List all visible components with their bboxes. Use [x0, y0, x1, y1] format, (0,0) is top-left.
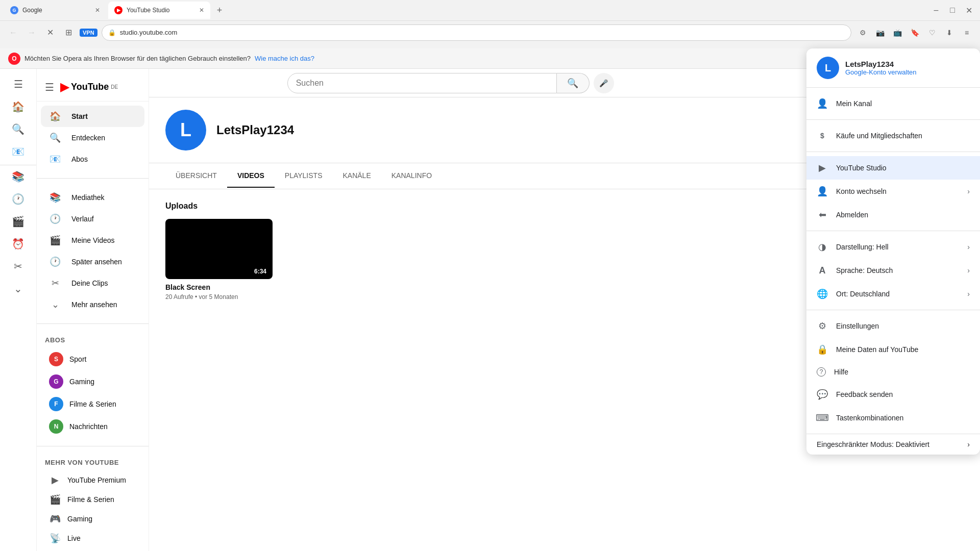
dropdown-mein-kanal[interactable]: 👤 Mein Kanal: [806, 92, 980, 115]
mini-sidebar-subs[interactable]: 📧: [0, 140, 36, 163]
sidebar-label-filme: Filme & Serien: [69, 400, 116, 408]
dropdown-section-4: ◑ Darstellung: Hell › A Sprache: Deutsch…: [806, 231, 980, 310]
mini-sidebar-more[interactable]: ⌄: [0, 278, 36, 300]
close-window-button[interactable]: ✕: [962, 3, 976, 17]
tab-close-google[interactable]: ✕: [95, 7, 100, 14]
dropdown-kaufe[interactable]: $ Käufe und Mitgliedschaften: [806, 124, 980, 147]
mini-sidebar-history[interactable]: 🕐: [0, 188, 36, 210]
dropdown-abmelden-label: Abmelden: [836, 211, 970, 219]
sidebar-item-clips[interactable]: ✂ Deine Clips: [41, 272, 144, 294]
forward-button[interactable]: →: [24, 26, 39, 40]
minimize-button[interactable]: –: [929, 3, 943, 17]
daten-icon: 🔒: [817, 344, 828, 355]
maximize-button[interactable]: □: [945, 3, 960, 17]
dropdown-darstellung[interactable]: ◑ Darstellung: Hell ›: [806, 235, 980, 259]
sidebar-item-filme2[interactable]: 🎬 Filme & Serien: [41, 490, 144, 509]
sidebar-item-mehr[interactable]: ⌄ Mehr ansehen: [41, 294, 144, 315]
sidebar-label-mehr: Mehr ansehen: [71, 300, 117, 309]
video-title-1: Black Screen: [165, 283, 273, 291]
sidebar-item-mediathek[interactable]: 📚 Mediathek: [41, 187, 144, 208]
extensions-btn[interactable]: ⚙: [855, 26, 870, 40]
search-input[interactable]: [296, 79, 548, 88]
mini-sidebar-lib[interactable]: 📚: [0, 165, 36, 188]
dropdown-konto-wechseln[interactable]: 👤 Konto wechseln ›: [806, 180, 980, 203]
dropdown-hilfe[interactable]: ? Hilfe: [806, 361, 980, 383]
download-btn[interactable]: ⬇: [942, 26, 957, 40]
dropdown-avatar: L: [817, 57, 839, 79]
dropdown-footer[interactable]: Eingeschränkter Modus: Deaktiviert ›: [806, 434, 980, 455]
reload-button[interactable]: ✕: [43, 26, 57, 40]
dropdown-einstellungen[interactable]: ⚙ Einstellungen: [806, 314, 980, 338]
mini-sidebar-explore[interactable]: 🔍: [0, 118, 36, 140]
yt-logo[interactable]: ▶ YouTube DE: [60, 81, 118, 94]
konto-wechseln-chevron-icon: ›: [967, 187, 970, 195]
mini-sidebar-clips[interactable]: ✂: [0, 255, 36, 278]
tab-google[interactable]: G Google ✕: [4, 2, 106, 19]
sidebar-item-gaming2[interactable]: 🎮 Gaming: [41, 509, 144, 529]
dropdown-feedback[interactable]: 💬 Feedback senden: [806, 383, 980, 406]
sidebar-hamburger-btn[interactable]: ☰: [45, 81, 54, 93]
spaeter-icon: 🕐: [49, 256, 61, 267]
sidebar-item-filme[interactable]: F Filme & Serien: [41, 393, 144, 415]
sidebar-item-live[interactable]: 📡 Live: [41, 529, 144, 548]
cast-btn[interactable]: 📺: [890, 26, 904, 40]
mic-btn[interactable]: 🎤: [594, 73, 614, 93]
vpn-badge[interactable]: VPN: [80, 29, 97, 37]
sidebar-item-start[interactable]: 🏠 Start: [41, 106, 144, 127]
tab-kanale[interactable]: KANÄLE: [332, 164, 381, 188]
mini-sidebar-hamburger[interactable]: ☰: [0, 73, 36, 95]
sidebar-item-lehr[interactable]: 🎓 Lehrinhalte: [41, 548, 144, 551]
sidebar-item-verlauf[interactable]: 🕐 Verlauf: [41, 208, 144, 230]
einstellungen-icon: ⚙: [817, 320, 828, 332]
sidebar-divider-1: [37, 178, 149, 179]
dropdown-yt-studio[interactable]: ▶ YouTube Studio: [806, 156, 980, 180]
tab-close-yt[interactable]: ✕: [199, 7, 204, 14]
dropdown-sprache[interactable]: A Sprache: Deutsch ›: [806, 259, 980, 282]
tab-title-yt: YouTube Studio: [127, 7, 195, 14]
menu-btn[interactable]: ≡: [960, 26, 974, 40]
dropdown-google-link[interactable]: Google-Konto verwalten: [845, 68, 916, 76]
sidebar-item-yt-premium[interactable]: ▶ YouTube Premium: [41, 470, 144, 490]
home-button[interactable]: ⊞: [61, 26, 76, 40]
gaming2-icon: 🎮: [49, 513, 61, 524]
address-url: studio.youtube.com: [120, 29, 845, 36]
dropdown-abmelden[interactable]: ⬅ Abmelden: [806, 203, 980, 227]
video-card-1[interactable]: 6:34 Black Screen 20 Aufrufe • vor 5 Mon…: [165, 219, 273, 300]
back-button[interactable]: ←: [6, 26, 20, 40]
library-icon: 📚: [12, 170, 24, 183]
darstellung-chevron-icon: ›: [967, 243, 970, 251]
search-submit-btn[interactable]: 🔍: [557, 73, 590, 93]
mini-sidebar-myvideos[interactable]: 🎬: [0, 210, 36, 233]
dropdown-einstellungen-label: Einstellungen: [836, 322, 970, 330]
sidebar-item-meine-videos[interactable]: 🎬 Meine Videos: [41, 230, 144, 251]
address-bar[interactable]: 🔒 studio.youtube.com: [102, 24, 851, 41]
abos-section-title: ABOS: [37, 332, 149, 348]
home-icon: 🏠: [12, 101, 24, 113]
bookmark-btn[interactable]: 🔖: [908, 26, 922, 40]
new-tab-button[interactable]: +: [212, 3, 227, 17]
tab-kanalinfo[interactable]: KANALINFO: [381, 164, 442, 188]
sidebar-item-abos[interactable]: 📧 Abos: [41, 148, 144, 170]
dropdown-ort[interactable]: 🌐 Ort: Deutschland ›: [806, 282, 980, 306]
tab-ubersicht[interactable]: ÜBERSICHT: [165, 164, 227, 188]
tab-playlists[interactable]: PLAYLISTS: [275, 164, 333, 188]
sidebar-item-sport[interactable]: S Sport: [41, 348, 144, 370]
sidebar-header: ☰ ▶ YouTube DE: [37, 73, 149, 102]
mini-sidebar-watchlater[interactable]: ⏰: [0, 233, 36, 255]
sidebar-mehr-section: MEHR VON YOUTUBE ▶ YouTube Premium 🎬 Fil…: [37, 450, 149, 551]
sidebar-item-entdecken[interactable]: 🔍 Entdecken: [41, 127, 144, 148]
opera-bar-link[interactable]: Wie mache ich das?: [255, 55, 314, 62]
dropdown-daten[interactable]: 🔒 Meine Daten auf YouTube: [806, 338, 980, 361]
mini-sidebar-home[interactable]: 🏠: [0, 95, 36, 118]
channel-name: LetsPlay1234: [216, 123, 294, 137]
sidebar-item-spaeter[interactable]: 🕐 Später ansehen: [41, 251, 144, 272]
mein-kanal-icon: 👤: [817, 98, 828, 109]
sidebar-item-nachrichten[interactable]: N Nachrichten: [41, 415, 144, 438]
sidebar-item-gaming[interactable]: G Gaming: [41, 370, 144, 393]
nachrichten-avatar: N: [49, 419, 63, 434]
camera-btn[interactable]: 📷: [873, 26, 887, 40]
tab-youtube-studio[interactable]: ▶ YouTube Studio ✕: [108, 2, 210, 19]
dropdown-tastatur[interactable]: ⌨ Tastenkombinationen: [806, 406, 980, 430]
tab-videos[interactable]: VIDEOS: [227, 164, 275, 188]
heart-btn[interactable]: ♡: [925, 26, 939, 40]
